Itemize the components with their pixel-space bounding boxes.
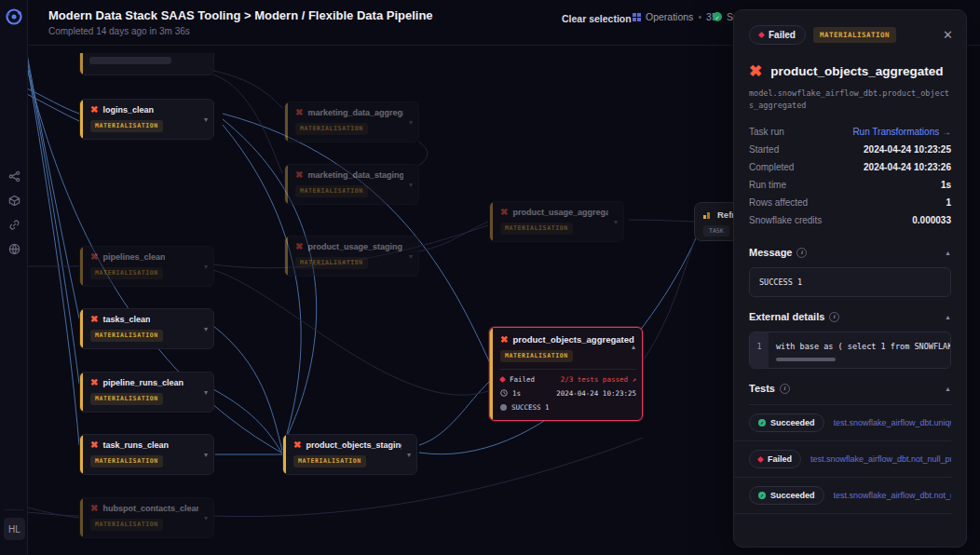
dbt-icon: ✖ [90, 315, 98, 324]
clock-icon [500, 389, 508, 397]
materialisation-badge: MATERIALISATION [295, 123, 368, 135]
dbt-icon: ✖ [90, 105, 98, 115]
connections-link-icon[interactable] [8, 219, 20, 231]
dbt-icon: ✖ [295, 242, 303, 251]
dbt-icon: ✖ [749, 63, 762, 79]
detail-row-snowflake-credits: Snowflake credits 0.000033 [749, 215, 951, 225]
node-timestamp: 2024-04-24 10:23:25 [556, 389, 636, 398]
info-icon: i [780, 384, 790, 394]
detail-row-started: Started 2024-04-24 10:23:25 [749, 144, 951, 155]
node-message: SUCCESS 1 [511, 403, 550, 412]
dbt-icon: ✖ [90, 440, 98, 450]
materialisation-badge: MATERIALISATION [295, 185, 368, 197]
graph-node-hubspot-contacts-clean[interactable]: ✖hubspot_contacts_clean MATERIALISATION … [79, 497, 214, 538]
integrations-cube-icon[interactable] [8, 195, 20, 207]
materialisation-badge: MATERIALISATION [500, 223, 573, 235]
dbt-icon: ✖ [90, 252, 98, 262]
materialisation-badge: MATERIALISATION [295, 257, 368, 269]
dbt-icon: ✖ [293, 440, 301, 450]
dbt-icon: ✖ [500, 208, 508, 217]
collapse-icon[interactable]: ▲ [945, 386, 951, 392]
operations-filter-chip[interactable]: Operations • 35 [633, 11, 717, 22]
horizontal-scrollbar[interactable] [776, 358, 836, 361]
test-link[interactable]: test.snowflake_airflow_dbt.not_null_pr [810, 454, 951, 464]
collapse-icon[interactable]: ▲ [945, 314, 951, 320]
info-icon: i [796, 248, 807, 258]
dbt-icon: ✖ [295, 108, 303, 117]
chevron-down-icon[interactable]: ▾ [409, 181, 413, 189]
status-dot-icon [500, 404, 507, 411]
materialisation-badge: MATERIALISATION [500, 350, 573, 362]
app-logo-icon[interactable] [5, 7, 23, 26]
materialisation-badge: MATERIALISATION [813, 27, 896, 43]
detail-panel: Failed MATERIALISATION ✕ ✖ product_objec… [733, 9, 967, 548]
materialisation-badge: MATERIALISATION [90, 519, 163, 531]
external-details-heading: External details i ▲ [734, 297, 966, 322]
chevron-down-icon[interactable]: ▾ [409, 118, 413, 127]
test-status-badge: ✓ Succeeded [749, 486, 824, 505]
check-circle-icon: ✓ [713, 12, 722, 21]
chevron-down-icon[interactable]: ▾ [204, 388, 208, 397]
message-content: SUCCESS 1 [749, 267, 951, 297]
chevron-down-icon[interactable]: ▾ [407, 451, 411, 459]
graph-node-partial[interactable] [79, 53, 214, 75]
detail-row-task-run: Task run Run Transformations → [749, 127, 951, 137]
graph-node-product-objects-aggregated-selected[interactable]: ✖ product_objects_aggregated MATERIALISA… [489, 327, 643, 421]
success-dot-icon: ✓ [758, 492, 766, 499]
grid-icon [633, 13, 641, 21]
graph-node-logins-clean[interactable]: ✖logins_clean MATERIALISATION ▾ [79, 99, 214, 140]
test-row[interactable]: ✓ Succeeded test.snowflake_airflow_dbt.u… [734, 405, 951, 441]
sidebar: HL [0, 0, 28, 555]
chevron-down-icon[interactable]: ▾ [614, 218, 618, 226]
node-stripe [80, 53, 83, 74]
materialisation-badge: MATERIALISATION [90, 120, 163, 132]
test-row[interactable]: Failed test.snowflake_airflow_dbt.not_nu… [734, 441, 951, 478]
clear-selection-button[interactable]: Clear selection [562, 13, 632, 24]
failed-diamond-icon [499, 375, 506, 382]
close-icon[interactable]: ✕ [943, 28, 953, 42]
chevron-down-icon[interactable]: ▾ [204, 514, 208, 522]
panel-title: product_objects_aggregated [770, 64, 943, 78]
test-row[interactable]: ✓ Succeeded test.snowflake_airflow_dbt.n… [734, 478, 951, 514]
divider [500, 369, 636, 370]
tests-summary-link[interactable]: 2/3 tests passed ↗ [561, 375, 636, 384]
user-avatar[interactable]: HL [4, 518, 25, 540]
graph-node-product-usage-aggregated[interactable]: ✖product_usage_aggregated MATERIALISATIO… [489, 201, 624, 242]
sql-code: with base as ( select 1 from SNOWFLAKE [769, 332, 950, 353]
materialisation-badge: MATERIALISATION [90, 267, 163, 279]
task-badge: TASK [703, 225, 729, 237]
graph-node-task-runs-clean[interactable]: ✖task_runs_clean MATERIALISATION ▾ [79, 434, 214, 475]
failed-diamond-icon [757, 456, 764, 463]
model-path: model.snowflake_airflow_dbt.product_obje… [734, 79, 966, 112]
chevron-down-icon[interactable]: ▾ [204, 325, 208, 333]
graph-node-pipeline-runs-clean[interactable]: ✖pipeline_runs_clean MATERIALISATION ▾ [79, 372, 214, 413]
chevron-down-icon[interactable]: ▾ [409, 252, 413, 261]
chevron-up-icon[interactable]: ▴ [632, 343, 635, 351]
page-title: Modern Data Stack SAAS Tooling > Modern … [48, 8, 433, 22]
run-details: Task run Run Transformations → Started 2… [734, 112, 966, 225]
pipeline-graph-icon[interactable] [8, 170, 20, 183]
graph-node-pipelines-clean[interactable]: ✖pipelines_clean MATERIALISATION ▾ [79, 246, 214, 287]
web-globe-icon[interactable] [8, 243, 20, 255]
graph-node-tasks-clean[interactable]: ✖tasks_clean MATERIALISATION ▾ [79, 308, 214, 349]
node-skeleton-bar [89, 57, 171, 64]
success-dot-icon: ✓ [758, 419, 766, 426]
dbt-icon: ✖ [295, 170, 303, 180]
graph-node-marketing-data-staging[interactable]: ✖marketing_data_staging MATERIALISATION … [284, 164, 419, 205]
chart-icon [703, 210, 712, 219]
detail-row-completed: Completed 2024-04-24 10:23:26 [749, 162, 951, 172]
graph-node-product-usage-staging[interactable]: ✖product_usage_staging MATERIALISATION ▾ [284, 236, 419, 277]
chevron-down-icon[interactable]: ▾ [204, 115, 208, 124]
operations-label: Operations [646, 11, 693, 22]
graph-node-marketing-data-aggregated[interactable]: ✖marketing_data_aggregated MATERIALISATI… [284, 102, 419, 142]
run-transformations-link[interactable]: Run Transformations → [852, 127, 951, 137]
graph-node-product-objects-staging[interactable]: ✖product_objects_staging MATERIALISATION… [282, 434, 417, 475]
node-status: Failed [510, 375, 535, 384]
chevron-down-icon[interactable]: ▾ [204, 263, 208, 271]
test-link[interactable]: test.snowflake_airflow_dbt.not_null_pr [834, 491, 951, 500]
materialisation-badge: MATERIALISATION [293, 455, 366, 467]
test-link[interactable]: test.snowflake_airflow_dbt.unique_pro [834, 418, 951, 427]
collapse-icon[interactable]: ▲ [945, 250, 951, 256]
app-root: Modern Data Stack SAAS Tooling > Modern … [0, 0, 980, 555]
chevron-down-icon[interactable]: ▾ [204, 451, 208, 459]
